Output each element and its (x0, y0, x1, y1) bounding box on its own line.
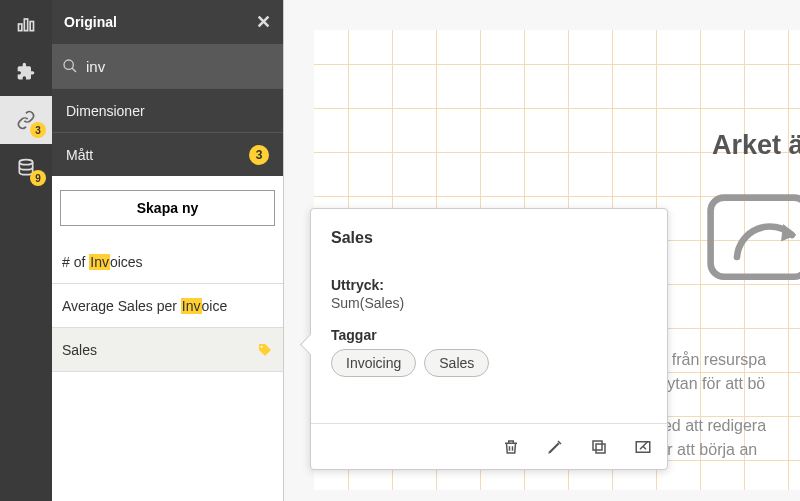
side-panel: Original ✕ ✕ Dimensioner Mått 3 Skapa ny… (52, 0, 284, 501)
list-item-label: Average Sales per Invoice (62, 298, 227, 314)
tags-label: Taggar (331, 327, 647, 343)
measures-count-badge: 3 (249, 145, 269, 165)
svg-line-5 (72, 68, 76, 72)
panel-search: ✕ (52, 44, 283, 88)
svg-rect-9 (593, 441, 602, 450)
create-button[interactable]: Skapa ny (60, 190, 275, 226)
svg-point-6 (261, 345, 263, 347)
dimensions-label: Dimensioner (66, 103, 145, 119)
trash-icon (502, 438, 520, 456)
search-icon (62, 58, 78, 74)
svg-rect-2 (30, 22, 33, 31)
tag-pill[interactable]: Sales (424, 349, 489, 377)
rail-tags-badge: 3 (30, 122, 46, 138)
list-item-label: Sales (62, 342, 97, 358)
rail-tags[interactable]: 3 (0, 96, 52, 144)
svg-point-4 (64, 60, 73, 69)
create-label: Skapa ny (137, 200, 198, 216)
section-measures[interactable]: Mått 3 (52, 132, 283, 176)
svg-rect-0 (19, 24, 22, 31)
rail-data[interactable]: 9 (0, 144, 52, 192)
drag-target-icon (704, 180, 800, 290)
left-rail: 3 9 (0, 0, 52, 501)
export-icon (634, 438, 652, 456)
sheet-title: Arket är (712, 130, 800, 161)
pencil-icon (546, 438, 564, 456)
list-item[interactable]: Average Sales per Invoice (52, 284, 283, 328)
edit-button[interactable] (543, 435, 567, 459)
copy-icon (590, 438, 608, 456)
tag-pill[interactable]: Invoicing (331, 349, 416, 377)
tag-icon (257, 342, 273, 358)
list-item-selected[interactable]: Sales (52, 328, 283, 372)
rail-charts[interactable] (0, 0, 52, 48)
puzzle-icon (16, 62, 36, 82)
sheet-help-text: nt från resurspa e ytan för att bö ned a… (654, 348, 800, 462)
svg-rect-1 (24, 19, 27, 31)
popover-footer (311, 423, 667, 469)
search-input[interactable] (78, 58, 284, 75)
rail-data-badge: 9 (30, 170, 46, 186)
svg-rect-8 (596, 444, 605, 453)
tags-row: Invoicing Sales (331, 349, 647, 377)
expression-value: Sum(Sales) (331, 295, 647, 311)
popover-title: Sales (331, 229, 647, 247)
panel-header: Original ✕ (52, 0, 283, 44)
section-dimensions[interactable]: Dimensioner (52, 88, 283, 132)
expression-label: Uttryck: (331, 277, 647, 293)
panel-title: Original (64, 14, 117, 30)
svg-point-3 (19, 160, 32, 165)
delete-button[interactable] (499, 435, 523, 459)
export-button[interactable] (631, 435, 655, 459)
measure-popover: Sales Uttryck: Sum(Sales) Taggar Invoici… (310, 208, 668, 470)
list-item-label: # of Invoices (62, 254, 143, 270)
list-area: Skapa ny # of Invoices Average Sales per… (52, 176, 283, 501)
rail-extensions[interactable] (0, 48, 52, 96)
measures-label: Mått (66, 147, 93, 163)
duplicate-button[interactable] (587, 435, 611, 459)
list-item[interactable]: # of Invoices (52, 240, 283, 284)
panel-close-icon[interactable]: ✕ (256, 11, 271, 33)
bar-chart-icon (16, 14, 36, 34)
